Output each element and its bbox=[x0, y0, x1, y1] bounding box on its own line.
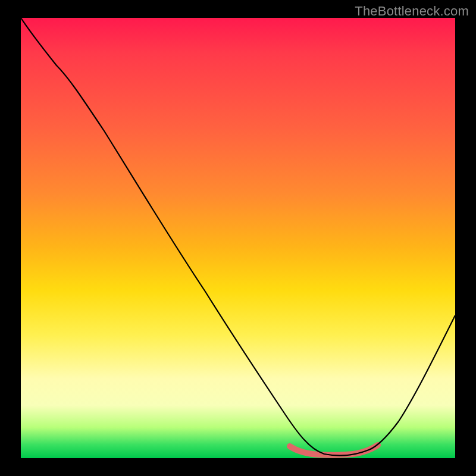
chart-frame: TheBottleneck.com bbox=[0, 0, 476, 476]
plot-area bbox=[21, 18, 455, 458]
bottleneck-curve bbox=[21, 18, 455, 456]
watermark-text: TheBottleneck.com bbox=[355, 4, 469, 19]
valley-highlight-band bbox=[290, 445, 378, 455]
curve-svg bbox=[21, 18, 455, 458]
